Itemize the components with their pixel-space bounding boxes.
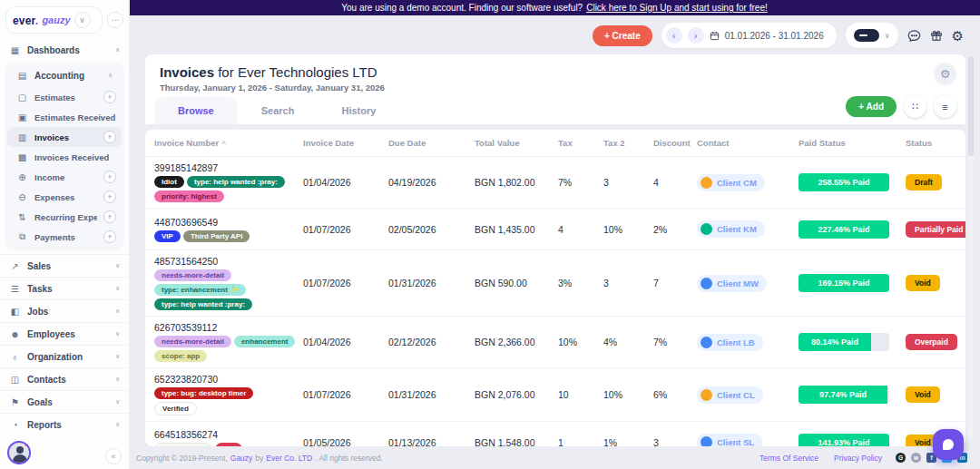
status-cell: Overpaid: [906, 334, 965, 350]
sidebar-item-accounting[interactable]: ▤Accounting∧: [7, 64, 122, 87]
sidebar-item-recurring-expenses[interactable]: ⇅Recurring Expenses+: [7, 207, 122, 227]
chevron-up-icon[interactable]: ∧: [108, 72, 113, 79]
chevron-down-icon[interactable]: ∨: [885, 32, 890, 40]
create-button[interactable]: + Create: [593, 25, 652, 46]
table-row[interactable]: 664518356274priority: lowbug01/05/202601…: [145, 422, 965, 446]
more-options-button[interactable]: ⋯: [107, 12, 123, 28]
table-row[interactable]: 399185142897Idiottype: help wanted :pray…: [145, 157, 965, 209]
chat-fab-button[interactable]: [933, 429, 964, 460]
sidebar-item-estimates-received[interactable]: ▣Estimates Received: [7, 107, 122, 127]
support-chat-icon[interactable]: [907, 29, 921, 43]
tab-browse[interactable]: Browse: [154, 97, 238, 124]
organization-switcher[interactable]: ever. gauzy ∨: [5, 6, 103, 34]
sidebar-item-estimates[interactable]: ▢Estimates+: [7, 87, 122, 107]
column-header-status: Status: [906, 138, 965, 148]
chevron-down-icon[interactable]: ∨: [115, 262, 120, 269]
add-invoices-button[interactable]: +: [103, 131, 116, 143]
contact-pill[interactable]: Client SL: [697, 434, 762, 446]
chevron-down-icon[interactable]: ∨: [115, 308, 120, 315]
tax-cell: 3%: [558, 278, 603, 288]
tax-cell: 4: [558, 224, 603, 235]
table-scrollbar-thumb[interactable]: [968, 56, 974, 156]
contact-pill[interactable]: Client LB: [697, 334, 763, 351]
wings-icon[interactable]: w: [911, 453, 921, 463]
due-date-cell: 02/12/2026: [388, 337, 475, 347]
sidebar-item-employees[interactable]: ☻Employees∨: [0, 323, 129, 345]
total-value-cell: BGN 2,366.00: [475, 337, 558, 347]
employees-icon: ☻: [9, 329, 21, 339]
demo-banner: You are using a demo account. Finding ou…: [129, 0, 980, 15]
chevron-down-icon[interactable]: ∨: [74, 12, 91, 28]
contact-avatar: [701, 389, 712, 401]
contact-pill[interactable]: Client CM: [697, 174, 765, 191]
sidebar-item-contacts[interactable]: ◫Contacts∨: [0, 368, 129, 390]
terms-link[interactable]: Terms Of Service: [760, 454, 818, 463]
sidebar-item-income[interactable]: ⊕Income+: [7, 167, 122, 187]
add-income-button[interactable]: +: [103, 171, 116, 183]
sidebar-item-invoices[interactable]: ▥Invoices+: [7, 127, 122, 147]
tax-cell: 10: [558, 389, 603, 400]
chevron-down-icon[interactable]: ∨: [115, 398, 120, 405]
signup-link[interactable]: Click here to Sign Up and start using fo…: [586, 3, 768, 13]
paid-status-fill: 97.74% Paid: [799, 386, 887, 404]
theme-toggle[interactable]: [854, 29, 879, 42]
sidebar-item-reports[interactable]: ◔Reports∨: [0, 414, 129, 435]
github-icon[interactable]: G: [896, 453, 906, 463]
sidebar-item-dashboards[interactable]: ▦Dashboards∧: [0, 39, 129, 61]
layout-settings-gear-icon[interactable]: ⚙: [934, 63, 956, 85]
user-avatar[interactable]: [7, 441, 31, 464]
sidebar-item-sales[interactable]: ↗Sales∨: [0, 255, 129, 277]
prev-period-button[interactable]: ‹: [666, 27, 682, 44]
invoice-date-cell: 01/04/2026: [303, 337, 388, 347]
sidebar-item-invoices-received[interactable]: ▩Invoices Received: [7, 147, 122, 167]
tag-type-help-wanted-pray-: type: help wanted :pray:: [154, 298, 252, 310]
privacy-link[interactable]: Privacy Policy: [834, 454, 882, 463]
invoice-date-cell: 01/07/2026: [303, 389, 388, 400]
sidebar-item-jobs[interactable]: ◧Jobs∨: [0, 300, 129, 322]
tab-bar: BrowseSearchHistory: [154, 97, 399, 124]
chevron-down-icon[interactable]: ∨: [115, 353, 120, 360]
sidebar-item-payments[interactable]: ⧉Payments+: [7, 227, 122, 247]
sort-asc-icon[interactable]: ^: [221, 140, 226, 148]
chevron-down-icon[interactable]: ∨: [115, 285, 120, 292]
grid-view-icon[interactable]: ∷: [904, 95, 926, 118]
add-expenses-button[interactable]: +: [103, 191, 116, 203]
sidebar-item-expenses[interactable]: ⊖Expenses+: [7, 187, 122, 207]
table-row[interactable]: 652323820730type: bug: desktop timerVeri…: [145, 368, 965, 422]
table-row[interactable]: 626703539112needs-more-detailenhancement…: [145, 317, 965, 368]
sidebar-item-label: Goals: [27, 397, 109, 407]
date-range-picker[interactable]: ‹ › 01.01.2026 - 31.01.2026: [662, 23, 837, 48]
add-invoice-button[interactable]: + Add: [846, 96, 897, 117]
table-row[interactable]: 485731564250needs-more-detailtype: enhan…: [145, 250, 965, 317]
tab-history[interactable]: History: [318, 97, 399, 124]
ever-co-link[interactable]: Ever Co. LTD: [266, 454, 312, 463]
gauzy-link[interactable]: Gauzy: [230, 454, 253, 463]
table-row[interactable]: 448703696549VIPThird Party API01/07/2026…: [145, 209, 965, 250]
discount-cell: 6%: [653, 389, 697, 400]
chevron-down-icon[interactable]: ∨: [115, 421, 120, 428]
contact-pill[interactable]: Client MW: [697, 275, 767, 292]
settings-gear-icon[interactable]: ⚙: [952, 29, 964, 43]
tab-search[interactable]: Search: [238, 97, 318, 124]
sidebar-collapse-button[interactable]: «: [105, 448, 122, 464]
date-range-value[interactable]: 01.01.2026 - 31.01.2026: [725, 31, 824, 41]
status-badge: Void: [906, 275, 940, 291]
gift-icon[interactable]: [930, 29, 943, 42]
add-payments-button[interactable]: +: [103, 230, 116, 243]
contact-pill[interactable]: Client KM: [697, 220, 765, 238]
chevron-down-icon[interactable]: ∨: [115, 376, 120, 383]
list-view-icon[interactable]: ≡: [934, 95, 956, 118]
tasks-icon: ☰: [9, 284, 21, 294]
sidebar-item-organization[interactable]: ♁Organization∨: [0, 346, 129, 367]
chevron-down-icon[interactable]: ∨: [115, 330, 120, 337]
sidebar-item-tasks[interactable]: ☰Tasks∨: [0, 278, 129, 299]
add-estimates-button[interactable]: +: [103, 91, 116, 103]
sidebar-item-goals[interactable]: ⚑Goals∨: [0, 391, 129, 413]
chevron-up-icon[interactable]: ∧: [115, 46, 120, 54]
contacts-icon: ◫: [9, 375, 21, 385]
add-recurring-expenses-button[interactable]: +: [103, 210, 116, 223]
tag-verified: Verified: [154, 402, 197, 415]
discount-cell: 7: [653, 278, 697, 288]
contact-pill[interactable]: Client CL: [697, 386, 763, 404]
next-period-button[interactable]: ›: [688, 27, 704, 44]
